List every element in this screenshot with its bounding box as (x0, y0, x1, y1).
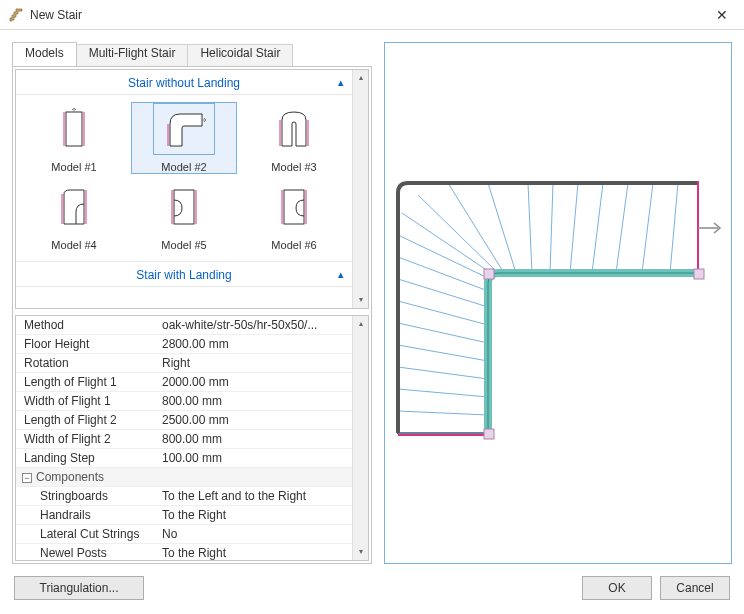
svg-rect-13 (284, 190, 304, 224)
prop-row-newel-posts[interactable]: Newel PostsTo the Right (16, 544, 352, 561)
model-label: Model #3 (242, 161, 346, 173)
model-label: Model #4 (22, 239, 126, 251)
dialog-footer: Triangulation... OK Cancel (0, 570, 744, 606)
dialog-body: Models Multi-Flight Stair Helicoidal Sta… (0, 30, 744, 570)
app-icon (8, 7, 24, 23)
tab-content: Stair without Landing ▴ (12, 66, 372, 564)
models-panel: Stair without Landing ▴ (15, 69, 369, 309)
triangulation-button[interactable]: Triangulation... (14, 576, 144, 600)
prop-group-components[interactable]: −Components (16, 468, 352, 487)
model-cell-1[interactable]: Model #1 (22, 103, 126, 173)
model-cell-4[interactable]: Model #4 (22, 181, 126, 251)
cancel-button[interactable]: Cancel (660, 576, 730, 600)
close-icon[interactable]: ✕ (708, 5, 736, 25)
ok-button[interactable]: OK (582, 576, 652, 600)
prop-row-handrails[interactable]: HandrailsTo the Right (16, 506, 352, 525)
group-title: Stair without Landing (128, 76, 240, 90)
prop-row-length-flight-2[interactable]: Length of Flight 22500.00 mm (16, 411, 352, 430)
model-thumb-6 (263, 181, 325, 233)
chevron-up-icon: ▴ (338, 268, 344, 281)
prop-row-lateral-cut-strings[interactable]: Lateral Cut StringsNo (16, 525, 352, 544)
model-label: Model #2 (132, 161, 236, 173)
model-thumb-3 (263, 103, 325, 155)
prop-row-width-flight-2[interactable]: Width of Flight 2800.00 mm (16, 430, 352, 449)
model-thumb-2 (153, 103, 215, 155)
model-thumb-5 (153, 181, 215, 233)
model-cell-5[interactable]: Model #5 (132, 181, 236, 251)
model-cell-3[interactable]: Model #3 (242, 103, 346, 173)
models-scrollbar[interactable]: ▴ ▾ (352, 70, 368, 308)
svg-rect-10 (174, 190, 194, 224)
prop-row-width-flight-1[interactable]: Width of Flight 1800.00 mm (16, 392, 352, 411)
svg-rect-0 (66, 112, 82, 146)
model-cell-2[interactable]: Model #2 (132, 103, 236, 173)
collapse-icon[interactable]: − (22, 473, 32, 483)
scroll-up-icon[interactable]: ▴ (353, 70, 368, 86)
group-header-without-landing[interactable]: Stair without Landing ▴ (16, 70, 352, 95)
model-thumb-1 (43, 103, 105, 155)
prop-row-length-flight-1[interactable]: Length of Flight 12000.00 mm (16, 373, 352, 392)
left-column: Models Multi-Flight Stair Helicoidal Sta… (12, 42, 372, 564)
model-label: Model #5 (132, 239, 236, 251)
model-label: Model #6 (242, 239, 346, 251)
prop-row-rotation[interactable]: RotationRight (16, 354, 352, 373)
properties-scroll-area[interactable]: Methodoak-white/str-50s/hr-50x50/... Flo… (16, 316, 352, 560)
prop-row-stringboards[interactable]: StringboardsTo the Left and to the Right (16, 487, 352, 506)
model-thumb-4 (43, 181, 105, 233)
tab-multi-flight[interactable]: Multi-Flight Stair (76, 44, 189, 66)
svg-rect-40 (484, 269, 494, 279)
svg-rect-39 (484, 429, 494, 439)
model-cell-6[interactable]: Model #6 (242, 181, 346, 251)
properties-table: Methodoak-white/str-50s/hr-50x50/... Flo… (16, 316, 352, 560)
tab-models[interactable]: Models (12, 42, 77, 66)
svg-rect-41 (694, 269, 704, 279)
window-title: New Stair (30, 8, 708, 22)
stair-preview-svg (385, 43, 731, 563)
titlebar: New Stair ✕ (0, 0, 744, 30)
prop-row-method[interactable]: Methodoak-white/str-50s/hr-50x50/... (16, 316, 352, 335)
scroll-down-icon[interactable]: ▾ (353, 544, 368, 560)
tab-strip: Models Multi-Flight Stair Helicoidal Sta… (12, 42, 372, 66)
models-scroll-area[interactable]: Stair without Landing ▴ (16, 70, 352, 308)
tab-helicoidal[interactable]: Helicoidal Stair (187, 44, 293, 66)
group-header-with-landing[interactable]: Stair with Landing ▴ (16, 261, 352, 287)
properties-scrollbar[interactable]: ▴ ▾ (352, 316, 368, 560)
scroll-down-icon[interactable]: ▾ (353, 292, 368, 308)
model-grid-without-landing: Model #1 (16, 95, 352, 261)
properties-panel: Methodoak-white/str-50s/hr-50x50/... Flo… (15, 315, 369, 561)
prop-row-floor-height[interactable]: Floor Height2800.00 mm (16, 335, 352, 354)
prop-row-landing-step[interactable]: Landing Step100.00 mm (16, 449, 352, 468)
chevron-up-icon: ▴ (338, 76, 344, 89)
preview-pane[interactable] (384, 42, 732, 564)
model-label: Model #1 (22, 161, 126, 173)
group-title: Stair with Landing (136, 268, 231, 282)
scroll-up-icon[interactable]: ▴ (353, 316, 368, 332)
